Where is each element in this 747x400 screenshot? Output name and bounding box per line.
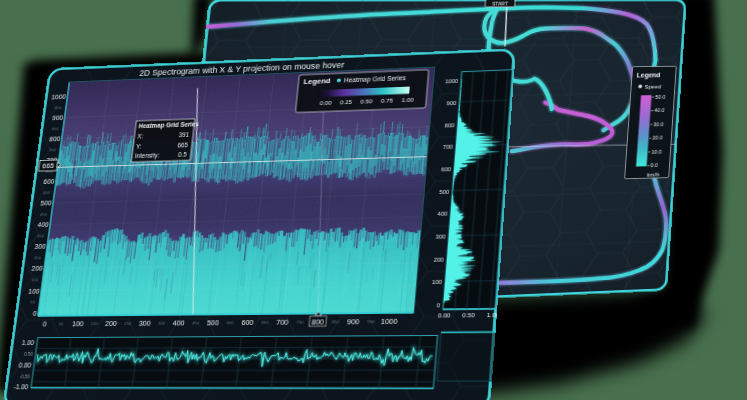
svg-text:400: 400	[37, 221, 50, 228]
svg-text:550: 550	[226, 321, 234, 325]
svg-text:350: 350	[37, 235, 44, 239]
svg-text:665: 665	[42, 162, 55, 169]
svg-text:30.0: 30.0	[653, 122, 664, 128]
svg-text:50.0: 50.0	[655, 94, 666, 100]
svg-text:1000: 1000	[445, 78, 458, 85]
svg-text:START: START	[492, 1, 509, 6]
svg-text:-1.00: -1.00	[13, 384, 29, 390]
svg-text:650: 650	[261, 321, 269, 325]
svg-text:0.5: 0.5	[178, 152, 187, 158]
svg-text:750: 750	[49, 148, 56, 152]
svg-text:300: 300	[34, 243, 47, 250]
svg-text:500: 500	[439, 188, 449, 195]
svg-text:550: 550	[43, 191, 50, 195]
svg-text:200: 200	[434, 256, 445, 263]
svg-text:500: 500	[207, 319, 220, 327]
svg-text:850: 850	[52, 127, 59, 131]
svg-text:750: 750	[296, 321, 304, 325]
svg-text:0.25: 0.25	[340, 99, 352, 106]
svg-text:10.0: 10.0	[651, 149, 662, 155]
svg-text:0.00: 0.00	[437, 312, 450, 319]
svg-text:600: 600	[241, 318, 254, 326]
svg-text:0.50: 0.50	[24, 352, 34, 357]
svg-text:0.75: 0.75	[381, 97, 394, 104]
svg-text:500: 500	[40, 199, 53, 206]
svg-text:1.00: 1.00	[22, 340, 36, 346]
svg-text:450: 450	[40, 213, 47, 217]
svg-text:600: 600	[43, 178, 56, 185]
svg-text:-0.50: -0.50	[19, 374, 30, 379]
svg-text:1000: 1000	[51, 93, 67, 101]
svg-text:300: 300	[435, 233, 446, 240]
svg-text:Intensity:: Intensity:	[135, 153, 161, 160]
svg-text:850: 850	[331, 320, 339, 324]
svg-text:40.0: 40.0	[654, 108, 665, 114]
svg-text:1000: 1000	[381, 317, 399, 325]
svg-text:0.00: 0.00	[18, 362, 32, 368]
svg-text:Speed: Speed	[644, 83, 661, 90]
svg-text:300: 300	[138, 319, 151, 327]
svg-text:800: 800	[311, 318, 324, 326]
svg-text:1.00: 1.00	[401, 96, 414, 103]
svg-text:950: 950	[367, 320, 375, 324]
svg-text:0.50: 0.50	[360, 98, 373, 105]
svg-text:50: 50	[30, 301, 35, 305]
svg-text:391: 391	[178, 132, 189, 138]
svg-text:50: 50	[59, 322, 64, 326]
svg-text:200: 200	[31, 265, 44, 272]
svg-text:0.50: 0.50	[462, 312, 475, 319]
svg-text:100: 100	[28, 287, 41, 294]
svg-text:150: 150	[31, 278, 38, 282]
svg-text:250: 250	[34, 256, 41, 260]
svg-text:900: 900	[347, 318, 361, 326]
svg-text:250: 250	[124, 322, 131, 326]
svg-text:900: 900	[52, 114, 64, 121]
svg-text:800: 800	[445, 121, 455, 128]
svg-text:0.00: 0.00	[319, 99, 331, 106]
svg-text:200: 200	[105, 320, 118, 328]
svg-text:950: 950	[54, 106, 61, 110]
svg-text:450: 450	[192, 321, 200, 325]
svg-text:100: 100	[432, 279, 443, 286]
svg-text:km/h: km/h	[647, 171, 660, 178]
svg-text:700: 700	[276, 318, 289, 326]
svg-text:900: 900	[446, 100, 456, 107]
svg-text:600: 600	[441, 166, 451, 173]
svg-text:800: 800	[49, 135, 61, 142]
svg-text:665: 665	[177, 142, 188, 148]
svg-text:350: 350	[158, 322, 166, 326]
svg-text:400: 400	[437, 211, 447, 218]
svg-text:150: 150	[91, 322, 98, 326]
svg-text:100: 100	[72, 320, 85, 328]
svg-text:700: 700	[443, 144, 453, 151]
svg-text:20.0: 20.0	[652, 135, 663, 141]
svg-text:0.0: 0.0	[650, 163, 658, 169]
svg-text:Legend: Legend	[636, 71, 660, 79]
svg-text:400: 400	[172, 319, 185, 327]
